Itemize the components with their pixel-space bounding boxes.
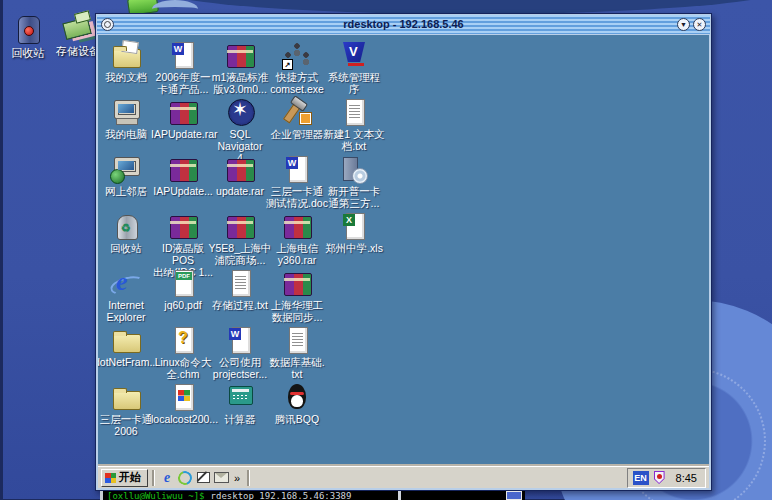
compass-icon: ✶ xyxy=(223,97,257,127)
show-desktop-icon xyxy=(197,472,210,483)
people-icon: ↗ xyxy=(280,40,314,70)
desktop-icon[interactable]: W三层一卡通 测试情况.doc xyxy=(271,154,323,209)
internet-explorer-icon: e xyxy=(164,470,170,486)
desktop-icon[interactable]: 网上邻居 xyxy=(100,154,152,197)
desktop-icon[interactable]: IAPUpdate... xyxy=(157,154,209,197)
quicklaunch-internet-explorer[interactable]: e xyxy=(159,470,175,486)
desktop-icon[interactable]: 计算器 xyxy=(214,382,266,425)
desktop-icon[interactable]: 企业管理器 xyxy=(271,97,323,140)
desktop-icon[interactable]: 存储过程.txt xyxy=(214,268,266,311)
window-titlebar[interactable]: rdesktop - 192.168.5.46 ▼ ✕ xyxy=(97,15,710,34)
desktop-icon[interactable]: PDFjq60.pdf xyxy=(157,268,209,311)
installer-icon xyxy=(337,154,371,184)
taskbar-clock: 8:45 xyxy=(670,472,697,484)
window-close-button[interactable]: ✕ xyxy=(693,18,706,31)
desktop-icon-label: dotNetFram... xyxy=(98,356,158,368)
desktop-icon-label: m1液晶标准 版v3.0m0... xyxy=(208,71,272,95)
terminal-window[interactable]: [oxllu@Wuliwuu ~]$rdesktop 192.168.5.46:… xyxy=(100,491,525,500)
desktop-icon[interactable]: 我的文档 xyxy=(100,40,152,83)
word-icon: W xyxy=(280,154,314,184)
desktop-icon-label: 公司使用 projectser... xyxy=(208,356,272,380)
mail-icon xyxy=(214,472,229,483)
rar-icon xyxy=(166,154,200,184)
rar-icon xyxy=(223,211,257,241)
desktop-icon-label: 三层一卡通 测试情况.doc xyxy=(265,185,329,209)
antivirus-shield-icon[interactable] xyxy=(654,471,665,484)
desktop-icon-label: 我的文档 xyxy=(98,71,158,83)
word-icon: W xyxy=(223,325,257,355)
desktop-icon-label: Internet Explorer xyxy=(98,299,158,323)
desktop-icon[interactable]: IAPUpdate.rar xyxy=(157,97,209,140)
calc-icon xyxy=(223,382,257,412)
folder-icon xyxy=(109,325,143,355)
desktop-icon-label: localcost200... xyxy=(151,413,215,425)
vapp-icon: V xyxy=(337,40,371,70)
desktop-icon[interactable]: 新开普一卡 通第三方... xyxy=(328,154,380,209)
pdf-icon: PDF xyxy=(166,268,200,298)
desktop-icon-label: 上海华理工 数据同步... xyxy=(265,299,329,323)
terminal-prompt-line: [oxllu@Wuliwuu ~]$rdesktop 192.168.5.46:… xyxy=(103,491,351,500)
desktop-icon[interactable]: 腾讯BQQ xyxy=(271,382,323,425)
rar-icon xyxy=(223,40,257,70)
host-icon-label: 回收站 xyxy=(0,46,56,61)
desktop-icon-label: 新开普一卡 通第三方... xyxy=(322,185,386,209)
desktop-icon[interactable]: Y5E8_上海中 浦院商场... xyxy=(214,211,266,266)
rar-icon xyxy=(166,211,200,241)
remote-desktop: 我的文档W2006年度一 卡通产品...m1液晶标准 版v3.0m0...↗快捷… xyxy=(98,35,709,488)
desktop-icon[interactable]: 我的电脑 xyxy=(100,97,152,140)
desktop-icon[interactable]: m1液晶标准 版v3.0m0... xyxy=(214,40,266,95)
network-icon xyxy=(109,154,143,184)
desktop-icon[interactable]: W公司使用 projectser... xyxy=(214,325,266,380)
terminal-prompt: [oxllu@Wuliwuu ~]$ xyxy=(107,491,205,500)
desktop-icon[interactable]: 上海电信 y360.rar xyxy=(271,211,323,266)
desktop-icon-label: IAPUpdate.rar xyxy=(151,128,215,140)
desktop-icon[interactable]: X郑州中学.xls xyxy=(328,211,380,254)
desktop-icon[interactable]: W2006年度一 卡通产品... xyxy=(157,40,209,95)
ie-icon: e xyxy=(109,268,143,298)
desktop-icon[interactable]: ↗快捷方式 comset.exe xyxy=(271,40,323,95)
desktop-icon-label: update.rar xyxy=(208,185,272,197)
winlogo-icon xyxy=(166,382,200,412)
desktop-icon-label: 新建1 文本文 档.txt xyxy=(322,128,386,152)
desktop-icon[interactable]: eInternet Explorer xyxy=(100,268,152,323)
host-desktop-icon-recycle-bin[interactable]: 回收站 xyxy=(0,12,56,61)
quicklaunch-overflow-chevron[interactable]: » xyxy=(234,472,240,484)
rdesktop-window: rdesktop - 192.168.5.46 ▼ ✕ 我的文档W2006年度一… xyxy=(95,13,712,491)
rar-icon xyxy=(280,268,314,298)
desktop-icon[interactable]: update.rar xyxy=(214,154,266,197)
system-tray: EN 8:45 xyxy=(627,468,706,488)
chm-icon: ? xyxy=(166,325,200,355)
terminal-scrollbar[interactable] xyxy=(506,491,522,500)
desktop-icon-label: 上海电信 y360.rar xyxy=(265,242,329,266)
desktop-icon-label: 我的电脑 xyxy=(98,128,158,140)
wallpaper-swoosh xyxy=(150,0,772,14)
excel-icon: X xyxy=(337,211,371,241)
windows-flag-icon xyxy=(105,473,116,483)
quicklaunch-mail[interactable] xyxy=(213,470,229,486)
desktop-icon[interactable]: V系统管理程 序 xyxy=(328,40,380,95)
quicklaunch-outlook-express[interactable] xyxy=(177,470,193,486)
desktop-icon[interactable]: ♻回收站 xyxy=(100,211,152,254)
start-button[interactable]: 开始 xyxy=(101,469,148,487)
desktop-icon[interactable]: ?Linux命令大 全.chm xyxy=(157,325,209,380)
bin-icon: ♻ xyxy=(109,211,143,241)
desktop-icon[interactable]: 数据库基础. txt xyxy=(271,325,323,380)
language-indicator[interactable]: EN xyxy=(633,471,649,485)
folder-icon xyxy=(109,382,143,412)
desktop-icon[interactable]: 新建1 文本文 档.txt xyxy=(328,97,380,152)
folderdoc-icon xyxy=(109,40,143,70)
desktop-icon[interactable]: 上海华理工 数据同步... xyxy=(271,268,323,323)
window-shade-button[interactable]: ▼ xyxy=(677,18,690,31)
desktop-icon[interactable]: localcost200... xyxy=(157,382,209,425)
desktop-icon[interactable]: dotNetFram... xyxy=(100,325,152,368)
computer-icon xyxy=(109,97,143,127)
desktop-icon-label: 腾讯BQQ xyxy=(265,413,329,425)
tools-icon xyxy=(280,97,314,127)
quicklaunch-show-desktop[interactable] xyxy=(195,470,211,486)
txt-icon xyxy=(337,97,371,127)
desktop-icon-label: 快捷方式 comset.exe xyxy=(265,71,329,95)
taskbar-divider xyxy=(247,470,250,486)
desktop-icon-label: 系统管理程 序 xyxy=(322,71,386,95)
terminal-divider xyxy=(398,491,401,500)
desktop-icon[interactable]: 三层一卡通 2006 xyxy=(100,382,152,437)
